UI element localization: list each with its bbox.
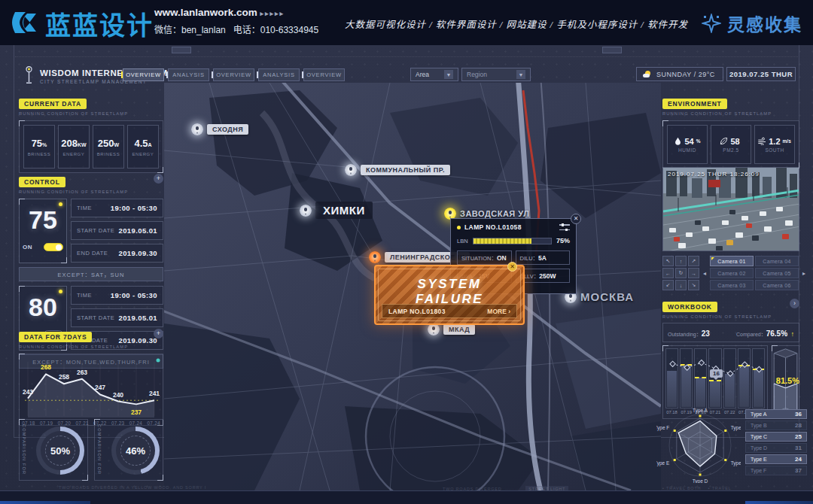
pin-label: КОММУНАЛЬНЫЙ ПР. xyxy=(361,165,450,175)
pan-right-button[interactable]: → xyxy=(688,268,699,278)
time-row[interactable]: TIME19:00 - 05:30 xyxy=(71,286,163,305)
status-dot-icon xyxy=(457,226,461,229)
droplet-icon xyxy=(674,137,682,145)
tab-analysis-2[interactable]: ANALYSIS xyxy=(258,68,300,81)
lamp-pin-icon xyxy=(369,251,381,263)
pan-left-button[interactable]: ← xyxy=(662,268,674,278)
website-link[interactable]: www.lanlanwork.com ▸▸▸▸▸ xyxy=(154,7,318,18)
metric-tile: 208KW ENERGY xyxy=(58,125,90,169)
type-radar-panel: Type AType BType CType DType EType F Typ… xyxy=(656,406,807,483)
lbn-label: LBN xyxy=(457,238,468,244)
camera-dpad: ↖ ↑ ↗ ← ↻ → ↙ ↓ ↘ xyxy=(662,256,699,290)
brightness-bar[interactable] xyxy=(473,238,552,244)
leaf-icon xyxy=(720,137,728,145)
map-pin-khimki[interactable]: ХИМКИ xyxy=(300,202,373,219)
camera-prev-button[interactable]: ◂ xyxy=(703,270,706,277)
phone-label: 电话：010-63334945 xyxy=(233,25,318,35)
tab-overview-2[interactable]: OVERVIEW xyxy=(213,68,254,81)
svg-text:258: 258 xyxy=(59,373,69,381)
camera-feed[interactable]: 2019.07.25 THUR 18:26:09 xyxy=(662,167,799,251)
svg-text:Type E: Type E xyxy=(656,460,670,466)
type-row-d[interactable]: Type D31 xyxy=(745,443,807,453)
week-data-panel: DATA FOR 7DAYS RUNNING CONDITION OF STRE… xyxy=(19,329,163,426)
camera-panel: 2019.07.25 THUR 18:26:09 xyxy=(662,167,799,290)
ring-gauge: 50% xyxy=(36,427,84,475)
bulb-icon xyxy=(59,202,62,206)
map-pin-mkad[interactable]: МКАД xyxy=(428,323,475,335)
gauge-card: COMPARISON FOR 46% xyxy=(94,419,163,481)
camera-06-button[interactable]: Camera 06 xyxy=(755,280,799,290)
failure-title: SYSTEM FAILURE xyxy=(383,277,516,307)
camera-timestamp: 2019.07.25 THUR 18:26:09 xyxy=(668,171,760,178)
end-date-row[interactable]: END DATE2019.09.30 xyxy=(71,244,163,263)
camera-02-button[interactable]: Camera 02 xyxy=(710,268,754,278)
logo-wordmark: 蓝蓝设计 xyxy=(45,5,154,42)
radar-chart: Type AType BType CType DType EType F xyxy=(656,406,741,483)
more-button[interactable]: MORE › xyxy=(487,308,510,315)
panel-badge: CONTROL xyxy=(19,177,65,187)
add-schedule-button[interactable]: + xyxy=(154,174,163,184)
map-pin-skhodnya[interactable]: СХОДНЯ xyxy=(191,123,248,135)
metric-tile: 4.5A ENERGY xyxy=(127,125,159,169)
humidity-tile: 54% HUMID xyxy=(667,125,708,164)
time-row[interactable]: TIME19:00 - 05:30 xyxy=(71,199,163,217)
type-row-f[interactable]: Type F37 xyxy=(745,466,807,475)
pan-down-button[interactable]: ↓ xyxy=(675,280,687,290)
type-row-b[interactable]: Type B28 xyxy=(745,421,807,430)
type-row-a[interactable]: Type A36 xyxy=(745,409,807,419)
panel-badge: DATA FOR 7DAYS xyxy=(19,332,92,342)
camera-01-button[interactable]: Camera 01 xyxy=(710,256,754,266)
streetlamp-icon xyxy=(24,66,34,86)
area-select[interactable]: Area▼ xyxy=(410,68,458,81)
comparison-panel: COMPARISON FOR 50% COMPARISON FOR 46% xyxy=(19,419,163,481)
region-select[interactable]: Region▼ xyxy=(461,68,531,81)
promo-banner: 蓝蓝设计 www.lanlanwork.com ▸▸▸▸▸ 微信：ben_lan… xyxy=(0,0,813,45)
brightness-fill xyxy=(473,238,532,244)
expand-chart-button[interactable]: + xyxy=(154,329,163,339)
panel-badge: CURRENT DATA xyxy=(19,99,87,109)
start-date-row[interactable]: START DATE2019.05.01 xyxy=(71,221,163,240)
start-date-row[interactable]: START DATE2019.05.01 xyxy=(71,308,163,327)
pan-upright-button[interactable]: ↗ xyxy=(688,256,699,266)
traffic-scene xyxy=(663,168,799,251)
mini-tag xyxy=(602,47,622,53)
wind-tile: 1.2m/s SOUTH xyxy=(754,125,795,164)
svg-text:268: 268 xyxy=(41,363,51,371)
tab-overview-3[interactable]: OVERVIEW xyxy=(303,68,345,81)
refresh-button[interactable]: ↻ xyxy=(675,268,687,278)
svg-text:243: 243 xyxy=(23,388,33,396)
tab-overview-1[interactable]: OVERVIEW xyxy=(123,68,164,81)
camera-05-button[interactable]: Camera 05 xyxy=(755,268,799,278)
map-pin-kommunalny[interactable]: КОММУНАЛЬНЫЙ ПР. xyxy=(345,164,450,176)
more-workbook-button[interactable]: › xyxy=(790,299,799,308)
camera-next-button[interactable]: ▸ xyxy=(802,270,805,277)
pan-downright-button[interactable]: ↘ xyxy=(688,280,699,290)
weather-widget: SUNNDAY / 29°C xyxy=(636,67,723,81)
arrows-icon: ▸▸▸▸▸ xyxy=(260,10,285,17)
chevron-down-icon: ▼ xyxy=(444,70,453,79)
close-icon[interactable]: ✕ xyxy=(507,262,517,272)
svg-text:247: 247 xyxy=(95,384,105,391)
pin-label: МОСКВА xyxy=(580,290,634,303)
close-icon[interactable]: ✕ xyxy=(571,214,581,224)
seven-day-line-chart: 243268258263247240237241 07.1807.1907.20… xyxy=(19,354,163,426)
pan-downleft-button[interactable]: ↙ xyxy=(662,280,674,290)
type-row-c[interactable]: Type C25 xyxy=(745,432,807,442)
pan-up-button[interactable]: ↑ xyxy=(675,256,687,266)
tab-analysis-1[interactable]: ANALYSIS xyxy=(168,68,209,81)
panel-badge: WORKBOOK xyxy=(662,302,717,312)
pan-upleft-button[interactable]: ↖ xyxy=(662,256,674,266)
type-row-e[interactable]: Type E24 xyxy=(745,454,807,464)
camera-04-button[interactable]: Camera 04 xyxy=(755,256,799,266)
inspiration-collect[interactable]: 灵感收集 xyxy=(702,11,802,36)
sparkle-icon xyxy=(702,14,721,33)
dashboard-screen: 蓝蓝设计 www.lanlanwork.com ▸▸▸▸▸ 微信：ben_lan… xyxy=(0,0,813,504)
date-widget: 2019.07.25 THUR xyxy=(726,67,796,81)
gauge-card: COMPARISON FOR 50% xyxy=(19,419,88,481)
svg-text:Type D: Type D xyxy=(693,478,708,484)
metric-tile: 75% BRINESS xyxy=(23,125,55,169)
bottom-bar xyxy=(0,490,813,504)
sliders-icon[interactable] xyxy=(559,224,570,230)
schedule-toggle[interactable] xyxy=(44,243,63,251)
camera-03-button[interactable]: Camera 03 xyxy=(710,280,754,290)
